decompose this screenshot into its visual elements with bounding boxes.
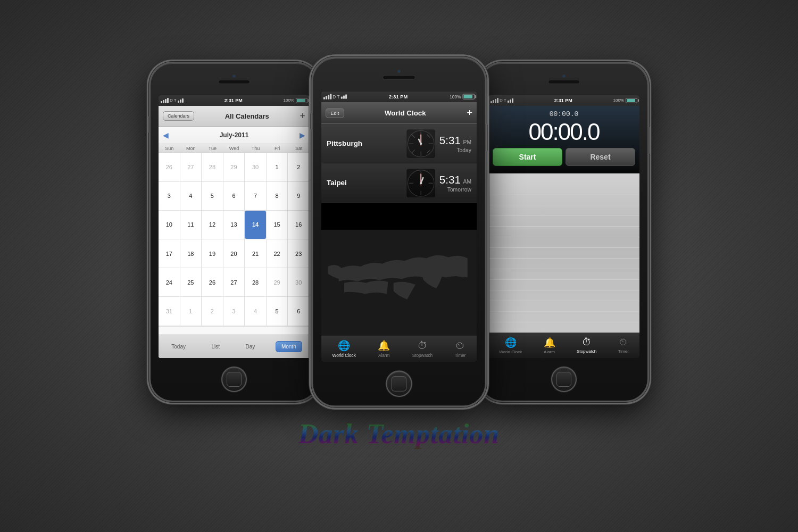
cal-day-5[interactable]: 1 <box>267 153 288 182</box>
stopwatch-tab-label-sw: Stopwatch <box>577 349 596 354</box>
cal-day-25[interactable]: 21 <box>245 239 267 268</box>
cal-day-36[interactable]: 1 <box>180 297 202 326</box>
cal-day-30[interactable]: 26 <box>202 268 223 297</box>
cal-day-19[interactable]: 15 <box>267 211 288 239</box>
status-bar-3: D T 2:31 PM 100% <box>488 95 639 106</box>
day-header-tue: Tue <box>202 144 223 153</box>
battery-icon-3 <box>626 98 637 103</box>
tab-stopwatch-active[interactable]: ⏱ Stopwatch <box>577 337 596 354</box>
time-ampm-taipei: AM <box>463 178 471 184</box>
tab-timer-sw[interactable]: ⏲ Timer <box>618 337 629 354</box>
cal-day-8[interactable]: 4 <box>180 182 202 211</box>
iphone-top-2 <box>313 58 485 91</box>
tab-timer-wc[interactable]: ⏲ Timer <box>455 340 466 358</box>
cal-day-2[interactable]: 28 <box>202 153 223 182</box>
side-button-left-2 <box>310 113 312 129</box>
cal-day-35[interactable]: 31 <box>159 297 180 326</box>
cal-day-15[interactable]: 11 <box>180 211 202 239</box>
tab-alarm-wc[interactable]: 🔔 Alarm <box>378 339 390 358</box>
prev-month-button[interactable]: ◀ <box>163 131 169 139</box>
cal-day-17[interactable]: 13 <box>223 211 245 239</box>
camera-icon <box>232 74 236 78</box>
cal-day-33[interactable]: 29 <box>267 268 288 297</box>
cal-day-34[interactable]: 30 <box>288 268 310 297</box>
cal-day-12[interactable]: 8 <box>267 182 288 211</box>
cal-day-4[interactable]: 30 <box>245 153 267 182</box>
cal-day-32[interactable]: 28 <box>245 268 267 297</box>
cal-day-0[interactable]: 26 <box>159 153 180 182</box>
tab-stopwatch-wc[interactable]: ⏱ Stopwatch <box>412 340 433 358</box>
home-button-inner-3 <box>556 372 571 387</box>
clock-face-taipei <box>406 169 435 197</box>
month-year-title: July-2011 <box>220 131 249 139</box>
cal-day-23[interactable]: 19 <box>202 239 223 268</box>
tab-worldclock-active[interactable]: 🌐 World Clock <box>332 339 356 358</box>
status-time-3: 2:31 PM <box>554 98 572 103</box>
world-map-svg <box>322 247 476 318</box>
worldclock-tab-label-sw: World Clock <box>499 350 522 354</box>
stopwatch-reset-button[interactable]: Reset <box>566 148 635 166</box>
stopwatch-start-button[interactable]: Start <box>493 148 562 166</box>
cal-day-39[interactable]: 4 <box>245 297 267 326</box>
stopwatch-big-time: 00:00.0 <box>529 120 600 144</box>
cal-day-18[interactable]: 14 <box>245 211 267 239</box>
time-day-taipei: Tomorrow <box>439 186 471 192</box>
cal-day-37[interactable]: 2 <box>202 297 223 326</box>
cal-day-10[interactable]: 6 <box>223 182 245 211</box>
cal-day-14[interactable]: 10 <box>159 211 180 239</box>
cal-day-7[interactable]: 3 <box>159 182 180 211</box>
carrier-text-2: D T <box>332 94 339 98</box>
cal-day-28[interactable]: 24 <box>159 268 180 297</box>
home-button-2[interactable] <box>386 370 412 396</box>
cal-day-11[interactable]: 7 <box>245 182 267 211</box>
cal-day-31[interactable]: 27 <box>223 268 245 297</box>
tab-worldclock-sw[interactable]: 🌐 World Clock <box>499 337 522 354</box>
cal-day-27[interactable]: 23 <box>288 239 310 268</box>
calendar-tab-list[interactable]: List <box>206 342 225 352</box>
cal-day-22[interactable]: 18 <box>180 239 202 268</box>
stopwatch-tab-bar: 🌐 World Clock 🔔 Alarm ⏱ Stopwatch ⏲ Time… <box>488 332 639 358</box>
cal-day-24[interactable]: 20 <box>223 239 245 268</box>
cal-day-21[interactable]: 17 <box>159 239 180 268</box>
cal-day-16[interactable]: 12 <box>202 211 223 239</box>
calendar-tab-day[interactable]: Day <box>240 342 261 352</box>
phones-container: D T 2:31 PM 100% <box>149 62 649 402</box>
status-time-2: 2:31 PM <box>389 94 408 99</box>
worldclock-list: Pittsburgh <box>321 124 477 230</box>
camera-icon-2 <box>397 70 401 73</box>
cal-day-40[interactable]: 5 <box>267 297 288 326</box>
next-month-button[interactable]: ▶ <box>300 131 305 139</box>
worldclock-tab-label: World Clock <box>332 353 356 358</box>
clock-pittsburgh <box>406 129 435 157</box>
status-bar-2: D T 2:31 PM 100% <box>321 91 477 102</box>
screen-stopwatch: D T 2:31 PM 100% 0 <box>488 95 639 358</box>
cal-day-20[interactable]: 16 <box>288 211 310 239</box>
calendar-add-button[interactable]: + <box>300 111 305 122</box>
signal-bar-1 <box>161 101 162 103</box>
tab-alarm-sw[interactable]: 🔔 Alarm <box>544 337 555 354</box>
home-button-3[interactable] <box>551 367 577 392</box>
cal-day-38[interactable]: 3 <box>223 297 245 326</box>
day-header-mon: Mon <box>180 144 202 153</box>
side-button-right-3 <box>648 127 650 154</box>
cal-day-26[interactable]: 22 <box>267 239 288 268</box>
alarm-tab-label-wc: Alarm <box>378 353 390 358</box>
status-bar-1: D T 2:31 PM 100% <box>159 95 310 106</box>
battery-percent-3: 100% <box>613 98 624 103</box>
home-button-1[interactable] <box>221 367 247 392</box>
worldclock-edit-button[interactable]: Edit <box>326 107 344 118</box>
cal-day-3[interactable]: 29 <box>223 153 245 182</box>
calendar-tab-month[interactable]: Month <box>276 341 302 352</box>
battery-icon-1 <box>296 98 307 103</box>
calendar-tab-today[interactable]: Today <box>166 342 191 352</box>
cal-day-1[interactable]: 27 <box>180 153 202 182</box>
calendars-button[interactable]: Calendars <box>163 111 194 121</box>
cal-day-29[interactable]: 25 <box>180 268 202 297</box>
worldclock-add-button[interactable]: + <box>467 107 472 119</box>
cal-day-13[interactable]: 9 <box>288 182 310 211</box>
signal-bar-2 <box>163 100 164 103</box>
cal-day-6[interactable]: 2 <box>288 153 310 182</box>
cal-day-41[interactable]: 6 <box>288 297 310 326</box>
cal-day-9[interactable]: 5 <box>202 182 223 211</box>
stopwatch-buttons: Start Reset <box>488 148 639 166</box>
